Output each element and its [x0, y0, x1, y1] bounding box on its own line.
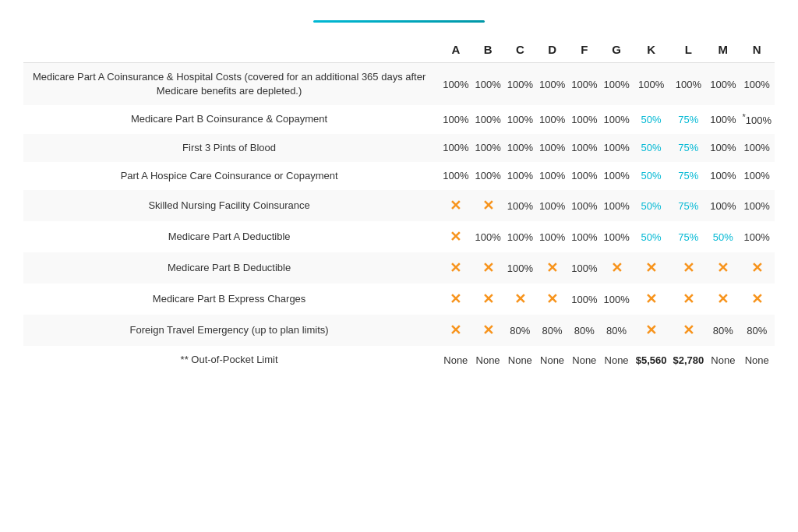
cell-r2-c7: 75% — [669, 134, 707, 162]
x-mark: ✕ — [683, 322, 694, 338]
table-header-row: ABCDFGKLMN — [23, 37, 775, 63]
x-mark: ✕ — [683, 260, 694, 276]
cell-r6-c5: ✕ — [600, 252, 632, 284]
cyan-value: 50% — [641, 231, 662, 243]
cell-r1-c8: 100% — [707, 105, 739, 133]
cell-r2-c0: 100% — [440, 134, 471, 162]
row-label-6: Medicare Part B Deductible — [23, 252, 440, 284]
cell-r4-c2: 100% — [504, 190, 536, 221]
plan-column-label — [23, 37, 440, 63]
cell-r8-c0: ✕ — [440, 315, 471, 346]
cell-r7-c8: ✕ — [707, 284, 739, 315]
cell-r2-c2: 100% — [504, 134, 536, 162]
title-section — [23, 20, 775, 23]
x-mark: ✕ — [751, 260, 763, 276]
cell-r8-c2: 80% — [504, 315, 536, 346]
asterisk: * — [742, 112, 745, 122]
x-mark: ✕ — [546, 291, 558, 307]
x-mark: ✕ — [683, 291, 694, 307]
cell-r7-c2: ✕ — [504, 284, 536, 315]
row-label-2: First 3 Pints of Blood — [23, 134, 440, 162]
cell-r9-c1: None — [471, 346, 503, 374]
cell-r3-c9: 100% — [739, 162, 775, 190]
x-mark: ✕ — [450, 291, 461, 307]
table-row: Medicare Part B Express Charges✕✕✕✕100%1… — [23, 284, 775, 315]
cell-r7-c1: ✕ — [471, 284, 503, 315]
x-mark: ✕ — [717, 260, 729, 276]
cell-r0-c8: 100% — [707, 63, 739, 106]
cell-r0-c6: 100% — [633, 63, 670, 106]
row-label-0: Medicare Part A Coinsurance & Hospital C… — [23, 63, 440, 106]
table-row: Medicare Part A Deductible✕100%100%100%1… — [23, 221, 775, 252]
cell-r6-c8: ✕ — [707, 252, 739, 284]
cell-r9-c9: None — [739, 346, 775, 374]
x-mark: ✕ — [645, 260, 657, 276]
x-mark: ✕ — [482, 291, 494, 307]
cell-r0-c2: 100% — [504, 63, 536, 106]
cell-r0-c3: 100% — [536, 63, 568, 106]
cyan-value: 75% — [678, 231, 698, 243]
cell-r4-c7: 75% — [669, 190, 707, 221]
table-body: Medicare Part A Coinsurance & Hospital C… — [23, 63, 775, 375]
cell-r1-c7: 75% — [669, 105, 707, 133]
cell-r8-c8: 80% — [707, 315, 739, 346]
cell-r3-c3: 100% — [536, 162, 568, 190]
cyan-value: 50% — [641, 142, 662, 153]
cell-r0-c9: 100% — [739, 63, 775, 106]
cyan-value: 75% — [678, 170, 698, 181]
x-mark: ✕ — [645, 291, 657, 307]
plan-header-K: K — [633, 37, 670, 63]
table-row: Medicare Part A Coinsurance & Hospital C… — [23, 63, 775, 106]
plan-header-C: C — [504, 37, 536, 63]
cell-r6-c3: ✕ — [536, 252, 568, 284]
cyan-value: 75% — [678, 142, 698, 153]
cell-r6-c4: 100% — [568, 252, 600, 284]
cell-r2-c6: 50% — [633, 134, 670, 162]
cell-r3-c1: 100% — [471, 162, 503, 190]
cell-r7-c3: ✕ — [536, 284, 568, 315]
plan-header-G: G — [600, 37, 632, 63]
x-mark: ✕ — [450, 260, 461, 276]
page-wrapper: ABCDFGKLMN Medicare Part A Coinsurance &… — [0, 0, 798, 389]
cell-r6-c1: ✕ — [471, 252, 503, 284]
cell-r7-c5: 100% — [600, 284, 632, 315]
cell-r5-c2: 100% — [504, 221, 536, 252]
table-row: Medicare Part B Deductible✕✕100%✕100%✕✕✕… — [23, 252, 775, 284]
cell-r9-c5: None — [600, 346, 632, 374]
cell-r6-c9: ✕ — [739, 252, 775, 284]
cell-r4-c0: ✕ — [440, 190, 471, 221]
cell-r1-c1: 100% — [471, 105, 503, 133]
cell-r4-c6: 50% — [633, 190, 670, 221]
benefits-table: ABCDFGKLMN Medicare Part A Coinsurance &… — [23, 37, 775, 374]
cell-r4-c3: 100% — [536, 190, 568, 221]
cell-r0-c0: 100% — [440, 63, 471, 106]
cell-r0-c4: 100% — [568, 63, 600, 106]
row-label-4: Skilled Nursing Facility Coinsurance — [23, 190, 440, 221]
cell-r5-c5: 100% — [600, 221, 632, 252]
cell-r0-c1: 100% — [471, 63, 503, 106]
row-label-9: ** Out-of-Pocket Limit — [23, 346, 440, 374]
row-label-8: Foreign Travel Emergency (up to plan lim… — [23, 315, 440, 346]
cell-r5-c4: 100% — [568, 221, 600, 252]
plan-header-M: M — [707, 37, 739, 63]
table-row: Skilled Nursing Facility Coinsurance✕✕10… — [23, 190, 775, 221]
cell-r1-c0: 100% — [440, 105, 471, 133]
plan-header-B: B — [471, 37, 503, 63]
title-underline — [313, 20, 485, 23]
cell-r8-c6: ✕ — [633, 315, 670, 346]
bold-value: $2,780 — [673, 354, 704, 366]
cell-r4-c5: 100% — [600, 190, 632, 221]
cell-r2-c1: 100% — [471, 134, 503, 162]
cell-r5-c8: 50% — [707, 221, 739, 252]
cell-r6-c7: ✕ — [669, 252, 707, 284]
cell-r9-c7: $2,780 — [669, 346, 707, 374]
cell-r9-c2: None — [504, 346, 536, 374]
cell-r6-c2: 100% — [504, 252, 536, 284]
x-mark: ✕ — [514, 291, 526, 307]
cell-r2-c8: 100% — [707, 134, 739, 162]
cell-r8-c9: 80% — [739, 315, 775, 346]
x-mark: ✕ — [450, 322, 461, 338]
plan-header-N: N — [739, 37, 775, 63]
plan-header-D: D — [536, 37, 568, 63]
table-row: ** Out-of-Pocket LimitNoneNoneNoneNoneNo… — [23, 346, 775, 374]
